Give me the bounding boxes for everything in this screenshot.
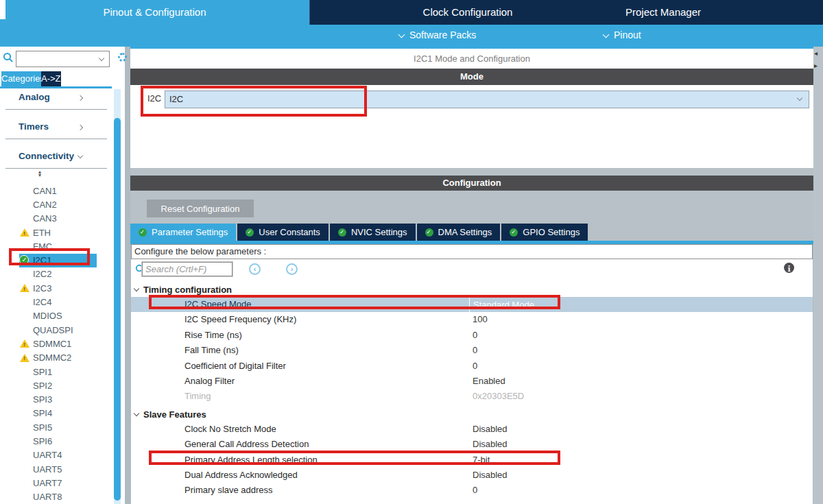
group-header-timing[interactable]: Timing configuration	[131, 283, 813, 297]
mode-section-body: I2C I2C	[130, 85, 813, 168]
parameter-search-input[interactable]	[142, 262, 232, 276]
parameter-row[interactable]: Timing 0x20303E5D	[131, 389, 813, 404]
parameter-row[interactable]: General Call Address Detection Disabled	[131, 437, 813, 452]
search-prev-button[interactable]: ‹	[249, 263, 261, 275]
panel-splitter[interactable]	[125, 47, 130, 504]
peripheral-icon-slot	[19, 477, 32, 488]
category-item[interactable]: Analog	[0, 91, 113, 120]
parameter-name: Primary slave address	[184, 485, 273, 495]
mode-dropdown[interactable]: I2C	[165, 91, 809, 108]
parameter-row[interactable]: Primary slave address 0	[131, 483, 813, 498]
sidebar-peripheral-item[interactable]: I2C2	[0, 267, 113, 281]
parameter-row[interactable]: Primary Address Length selection 7-bit	[131, 453, 813, 468]
settings-tab[interactable]: GPIO Settings	[501, 224, 588, 241]
peripheral-icon-slot	[19, 324, 32, 335]
settings-tab[interactable]: DMA Settings	[417, 224, 501, 241]
peripheral-icon-slot	[19, 408, 32, 419]
settings-tab-label: NVIC Settings	[351, 227, 407, 237]
sidebar-scrollbar-thumb[interactable]	[114, 118, 121, 501]
sidebar-peripheral-item[interactable]: I2C1	[0, 253, 113, 267]
sidebar-peripheral-item[interactable]: QUADSPI	[0, 323, 113, 337]
sidebar-peripheral-item[interactable]: SPI2	[0, 379, 113, 392]
parameter-row[interactable]: Fall Time (ns) 0	[131, 343, 813, 358]
top-tab[interactable]: Pinout & Configuration	[0, 0, 310, 25]
check-icon	[510, 228, 518, 237]
parameter-row[interactable]: Clock No Stretch Mode Disabled	[131, 422, 813, 437]
subnav-dropdown[interactable]: Software Packs	[399, 29, 476, 40]
reset-configuration-button[interactable]: Reset Configuration	[147, 200, 254, 217]
parameter-row[interactable]: Dual Address Acknowledged Disabled	[131, 468, 813, 483]
parameter-name: Dual Address Acknowledged	[184, 470, 298, 480]
sidebar-peripheral-item[interactable]: CAN1	[0, 184, 113, 197]
gear-icon[interactable]	[118, 53, 127, 62]
sidebar-peripheral-item[interactable]: SPI1	[0, 365, 113, 379]
info-icon[interactable]	[784, 263, 794, 273]
parameter-row[interactable]: Analog Filter Enabled	[131, 374, 813, 389]
page-title: I2C1 Mode and Configuration	[130, 49, 813, 69]
category-item[interactable]: Timers	[0, 120, 113, 149]
top-tab[interactable]: Clock Configuration	[310, 0, 625, 25]
sidebar-peripheral-item[interactable]: SPI5	[0, 420, 113, 434]
parameter-row[interactable]: Coefficient of Digital Filter 0	[131, 359, 813, 374]
sidebar: Categories A->Z Analog Timers	[0, 47, 125, 504]
parameter-settings-content: Configure the below parameters : ‹ › Tim…	[130, 244, 813, 504]
mode-dropdown-value: I2C	[169, 94, 183, 104]
parameter-row[interactable]: I2C Speed Mode Standard Mode	[131, 297, 813, 312]
search-next-button[interactable]: ›	[286, 263, 298, 275]
parameter-value: 0	[473, 485, 477, 495]
parameter-row[interactable]: I2C Speed Frequency (KHz) 100	[131, 312, 813, 327]
sidebar-peripheral-item[interactable]: I2C3	[0, 281, 113, 295]
sidebar-peripheral-item[interactable]: UART5	[0, 462, 113, 476]
settings-tab[interactable]: Parameter Settings	[130, 224, 236, 241]
sidebar-peripheral-item[interactable]: ETH	[0, 226, 113, 239]
category-item[interactable]: Connectivity	[0, 149, 113, 179]
peripheral-item-inner: I2C4	[19, 296, 51, 309]
top-tab[interactable]: Project Manager	[625, 0, 701, 25]
peripheral-item-inner: SDMMC1	[19, 337, 71, 350]
peripheral-label: I2C1	[32, 255, 51, 265]
mode-label: I2C	[147, 93, 161, 104]
sidebar-peripheral-item[interactable]: SDMMC2	[0, 351, 113, 365]
sidebar-search-combobox[interactable]	[16, 51, 110, 67]
sort-toggle-icon[interactable]: ▴ ▾	[38, 170, 41, 177]
sidebar-peripheral-item[interactable]: SDMMC1	[0, 337, 113, 350]
sidebar-peripheral-item[interactable]: SPI6	[0, 434, 113, 448]
sidebar-search-input[interactable]	[16, 51, 92, 65]
sidebar-peripheral-item[interactable]: CAN2	[0, 197, 113, 211]
parameter-name: Clock No Stretch Mode	[184, 424, 276, 434]
peripheral-icon-slot	[19, 394, 32, 405]
sidebar-tab[interactable]: Categories	[1, 71, 41, 86]
sidebar-peripheral-item[interactable]: CAN3	[0, 212, 113, 226]
parameter-name: Primary Address Length selection	[184, 455, 318, 465]
settings-tab[interactable]: User Constants	[237, 224, 329, 241]
parameter-row[interactable]: Rise Time (ns) 0	[131, 328, 813, 343]
group-header-slave[interactable]: Slave Features	[131, 407, 813, 422]
peripheral-label: ETH	[32, 228, 51, 238]
settings-tab[interactable]: NVIC Settings	[330, 224, 416, 241]
peripheral-label: CAN3	[32, 213, 57, 224]
collapse-left-icon[interactable]: ◂	[814, 49, 818, 57]
sidebar-peripheral-item[interactable]: UART7	[0, 476, 113, 490]
peripheral-item-inner: UART4	[19, 448, 62, 462]
sidebar-tab[interactable]: A->Z	[41, 71, 61, 86]
sidebar-peripheral-item[interactable]: SPI3	[0, 392, 113, 406]
subnav-dropdown[interactable]: Pinout	[604, 29, 641, 40]
sidebar-peripheral-item[interactable]: SPI4	[0, 407, 113, 420]
chevron-down-icon	[134, 410, 139, 416]
sidebar-peripheral-item[interactable]: FMC	[0, 239, 113, 253]
sidebar-peripheral-item[interactable]: UART8	[0, 490, 113, 504]
sidebar-peripheral-item[interactable]: UART4	[0, 448, 113, 462]
peripheral-label: CAN2	[32, 200, 57, 210]
sidebar-peripheral-item[interactable]: I2C4	[0, 295, 113, 309]
peripheral-icon-slot	[19, 227, 32, 238]
peripheral-label: CAN1	[32, 186, 57, 196]
peripheral-label: MDIOS	[32, 311, 62, 321]
configuration-section-header: Configuration	[130, 176, 813, 191]
parameter-name: General Call Address Detection	[184, 439, 309, 449]
peripheral-item-inner: UART5	[19, 462, 62, 476]
subnav-label: Software Packs	[409, 29, 476, 40]
configuration-toolbar: Reset Configuration Parameter Settings U…	[130, 191, 813, 244]
collapse-right-icon[interactable]: ▸	[814, 62, 818, 69]
peripheral-icon-slot	[19, 338, 32, 349]
sidebar-peripheral-item[interactable]: MDIOS	[0, 309, 113, 323]
